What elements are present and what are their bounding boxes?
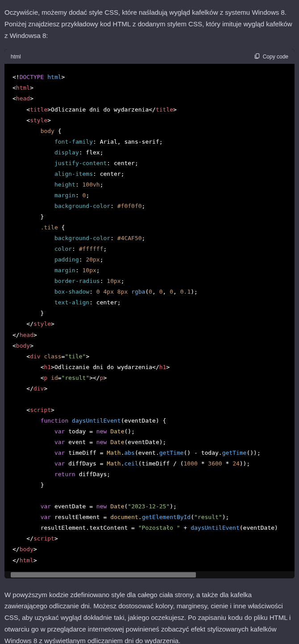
code-content: <!DOCTYPE html> <html> <head> <title>Odl…	[4, 64, 295, 571]
copy-code-label: Copy code	[263, 54, 288, 60]
horizontal-scrollbar[interactable]	[4, 571, 295, 578]
code-header: html Copy code	[4, 49, 295, 64]
code-body-scroll[interactable]: <!DOCTYPE html> <html> <head> <title>Odl…	[4, 64, 295, 571]
scrollbar-thumb[interactable]	[11, 572, 196, 578]
assistant-message: Oczywiście, możemy dodać style CSS, któr…	[0, 0, 299, 644]
code-block: html Copy code <!DOCTYPE html> <html> <h…	[4, 49, 295, 578]
clipboard-icon	[254, 53, 260, 60]
outro-paragraph: W powyższym kodzie zdefiniowano style dl…	[4, 589, 295, 644]
intro-paragraph: Oczywiście, możemy dodać style CSS, któr…	[4, 7, 295, 41]
copy-code-button[interactable]: Copy code	[254, 53, 288, 60]
svg-rect-0	[256, 54, 259, 58]
code-language-label: html	[11, 54, 21, 60]
